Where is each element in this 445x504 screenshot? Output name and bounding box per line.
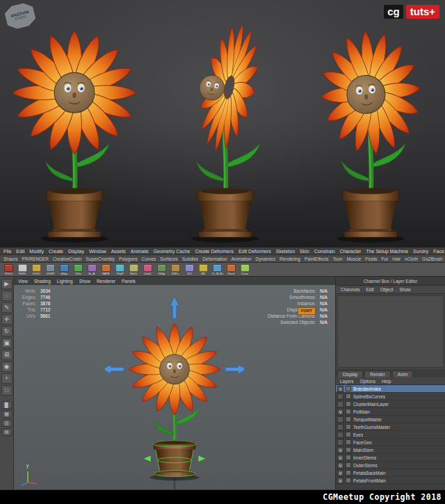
shelf-button[interactable]: XOnCr [3,264,15,275]
layer-visibility-toggle[interactable]: V [337,409,343,415]
shelf-button[interactable]: DkSp [156,264,168,275]
layer-visibility-toggle[interactable]: V [337,462,343,469]
shelf-tab[interactable]: Animation [232,257,252,261]
menu-item[interactable]: Sundry [413,249,428,254]
shelf-tab[interactable]: GoZBrush [422,257,443,261]
menu-item[interactable]: The Setup Machine [366,249,408,254]
shelf-button[interactable]: JOC [184,264,195,275]
layer-row[interactable]: V PetalsFrontMain [336,477,445,485]
shelf-button[interactable]: Ve_A: [86,264,98,275]
tool-button[interactable]: □ [1,385,13,396]
shelf-tab[interactable]: Hair [392,257,400,261]
layer-visibility-toggle[interactable] [337,439,343,446]
shelf-tab[interactable]: SuperCrumbly [86,257,115,261]
tool-button[interactable]: ▣ [1,338,13,348]
layer-color-swatch[interactable] [346,401,351,407]
layer-color-swatch[interactable] [346,409,351,414]
menu-item[interactable]: Modify [29,249,44,254]
layer-row[interactable]: SplineBsCurves [336,393,445,400]
shelf-tab[interactable]: Fluids [365,257,377,261]
layer-visibility-toggle[interactable] [337,424,343,430]
panel-menu-item[interactable]: Show [79,279,90,284]
layer-color-swatch[interactable] [346,447,351,453]
shelf-button[interactable]: ContC [142,264,154,275]
layer-visibility-toggle[interactable] [337,432,343,438]
menu-item[interactable]: Edit [16,249,24,254]
panel-menu-item[interactable]: View [18,279,28,284]
layer-editor-tab[interactable]: Render [364,371,390,377]
tool-button[interactable]: ◌ [1,291,13,301]
channel-box-menu-item[interactable]: Channels [341,287,359,292]
menu-item[interactable]: Create [49,249,63,254]
panel-menu-item[interactable]: Panels [122,279,136,284]
panel-menu-item[interactable]: Lighting [57,279,73,284]
shelf-button[interactable]: DODC [31,264,42,275]
shelf-tab[interactable]: PaintEffects [305,257,329,261]
shelf-tab[interactable]: Deformation [202,257,227,261]
menu-item[interactable]: Window [89,249,106,254]
tool-button[interactable]: ⊞ [1,350,13,360]
shelf-tab[interactable]: Dynamics [255,257,275,261]
layer-visibility-toggle[interactable]: V [337,478,343,484]
shelf-button[interactable]: ZVPa: [170,264,181,275]
shelf-button[interactable]: sDkpc [58,264,70,275]
layer-visibility-toggle[interactable]: V [337,455,343,461]
menu-item[interactable]: Skin [300,249,309,254]
layer-visibility-toggle[interactable] [337,393,343,400]
tool-button[interactable]: ✎ [1,302,13,313]
layout-button[interactable]: ▥ [1,419,13,427]
shelf-tab[interactable]: PR/RENDER [22,257,49,261]
layer-row[interactable]: V PotMain [336,408,445,416]
channel-box-menu-item[interactable]: Show [399,287,410,292]
shelf-button[interactable]: DGa [72,264,84,275]
layer-visibility-toggle[interactable] [337,416,343,423]
panel-menu-item[interactable]: Shading [34,279,51,284]
layer-row[interactable]: V MainStem [336,446,445,454]
shelf-tab[interactable]: Subdivs [182,257,198,261]
layer-row[interactable]: ClusterMainLayer [336,400,445,408]
layer-color-swatch[interactable] [346,432,351,437]
layer-color-swatch[interactable] [346,470,351,475]
layer-visibility-toggle[interactable] [337,401,343,407]
viewport[interactable]: ViewShadingLightingShowRendererPanels Ve… [14,277,335,489]
layout-button[interactable]: ▉ [1,401,13,409]
menu-item[interactable]: Display [68,249,84,254]
shelf-button[interactable]: Facet [225,264,237,275]
layer-editor-tab[interactable]: Display [337,371,363,377]
tool-button[interactable]: ✛ [1,314,13,325]
channel-box-menu-item[interactable]: Edit [366,287,373,292]
shelf-tab[interactable]: Rendering [280,257,300,261]
layer-row[interactable]: TongueMaster [336,416,445,423]
shelf-button[interactable]: DIORT [44,264,56,275]
shelf-tab[interactable]: Shaurs [3,257,18,261]
layer-row[interactable]: FaceGeo [336,439,445,446]
layout-button[interactable]: ▤ [1,428,13,436]
layer-color-swatch[interactable] [346,393,351,399]
shelf-tab[interactable]: Fur [382,257,389,261]
menu-item[interactable]: Create Deformers [195,249,234,254]
layer-visibility-toggle[interactable]: V [337,447,343,453]
menu-item[interactable]: Geometry Cache [154,249,191,254]
shelf-tab[interactable]: Toon [333,257,343,261]
shelf-tab[interactable]: Polygons [119,257,138,261]
menu-item[interactable]: Skeleton [276,249,295,254]
layer-visibility-toggle[interactable]: V [337,386,343,392]
menu-item[interactable]: Edit Deformers [238,249,271,254]
panel-menu-item[interactable]: Renderer [97,279,115,284]
layer-editor-menu-item[interactable]: Layers [340,379,354,384]
menu-item[interactable]: File [3,249,11,254]
shelf-tab[interactable]: nCloth [405,257,418,261]
shelf-tab[interactable]: Curves [142,257,156,261]
shelf-button[interactable]: PolyP [114,264,126,275]
layer-row[interactable]: V BrandavIndes [336,385,445,393]
channel-box-menu-item[interactable]: Object [380,287,394,292]
layer-editor-menu-item[interactable]: Help [382,379,391,384]
menu-item[interactable]: Character [340,249,362,254]
tool-button[interactable]: ◉ [1,361,13,372]
shelf-button[interactable]: Curso [239,264,251,275]
layer-editor-menu-item[interactable]: Options [360,379,375,384]
shelf-button[interactable]: WizCr [128,264,140,275]
layer-row[interactable]: V PetalsBackMain [336,469,445,477]
menu-item[interactable]: Face Machine [433,249,445,254]
layer-color-swatch[interactable] [346,455,351,460]
